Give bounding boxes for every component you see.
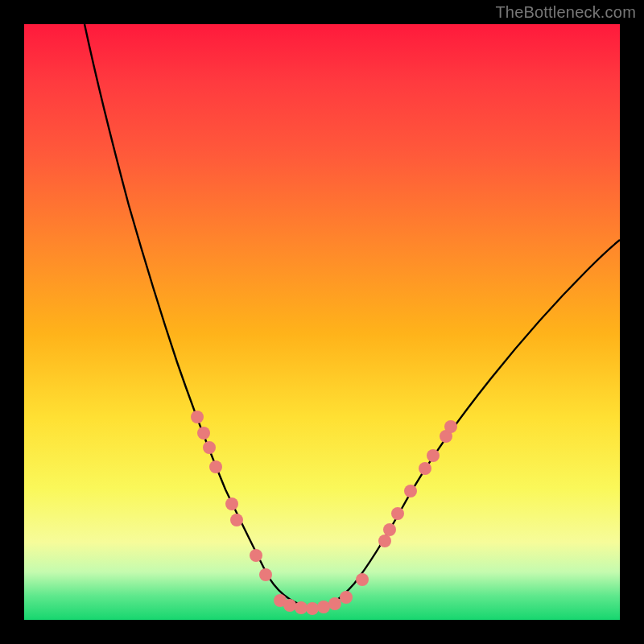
data-dot xyxy=(317,601,330,613)
data-dot xyxy=(328,597,341,610)
data-dot xyxy=(197,427,210,440)
data-dot xyxy=(295,601,308,614)
data-dot xyxy=(259,568,272,581)
chart-svg xyxy=(24,24,620,620)
data-dot xyxy=(209,460,222,473)
data-dot xyxy=(378,535,391,547)
data-dot xyxy=(391,507,404,520)
data-dot xyxy=(419,462,431,475)
dots-left xyxy=(191,411,272,581)
data-dot xyxy=(356,573,369,586)
data-dot xyxy=(250,549,262,562)
data-dot xyxy=(444,420,457,433)
plot-area xyxy=(24,24,620,620)
data-dot xyxy=(203,441,216,454)
dots-bottom xyxy=(274,591,353,615)
watermark-text: TheBottleneck.com xyxy=(495,3,636,22)
data-dot xyxy=(383,523,396,536)
data-dot xyxy=(306,602,319,615)
data-dot xyxy=(340,591,353,604)
data-dot xyxy=(283,599,296,612)
data-dot xyxy=(230,514,243,526)
data-dot xyxy=(225,497,238,510)
data-dot xyxy=(404,485,417,497)
outer-frame: TheBottleneck.com xyxy=(0,0,644,644)
data-dot xyxy=(191,411,204,423)
data-dot xyxy=(427,449,440,462)
bottleneck-curve xyxy=(85,24,620,608)
